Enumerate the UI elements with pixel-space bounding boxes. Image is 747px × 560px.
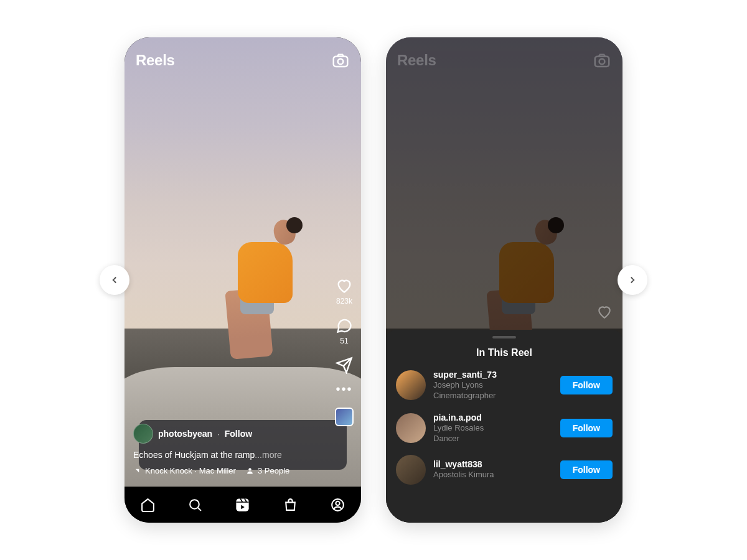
carousel-prev-button[interactable]	[100, 265, 129, 295]
follow-button[interactable]: Follow	[560, 460, 613, 479]
person-role: Dancer	[433, 434, 553, 444]
comment-button[interactable]: 51	[336, 317, 353, 345]
page-title: Reels	[397, 52, 436, 69]
person-username[interactable]: super_santi_73	[433, 370, 553, 380]
follow-button[interactable]: Follow	[560, 419, 613, 437]
author-avatar[interactable]	[133, 424, 153, 444]
sheet-title: In This Reel	[386, 347, 622, 358]
action-rail: 823k 51 •••	[335, 277, 354, 426]
more-link[interactable]: ...more	[255, 450, 282, 460]
author-row[interactable]: photosbyean · Follow	[133, 424, 324, 444]
bottom-nav	[125, 487, 361, 523]
reel-screen-sheet: Reels In This Reel super_santi_73 Joseph…	[386, 37, 622, 523]
person-row: pia.in.a.pod Lydie Rosales Dancer Follow	[396, 413, 613, 444]
avatar[interactable]	[396, 455, 426, 485]
people-list: super_santi_73 Joseph Lyons Cinematograp…	[386, 370, 622, 485]
sheet-handle[interactable]	[492, 336, 516, 338]
person-name: Apostolis Kimura	[433, 470, 553, 480]
person-name: Joseph Lyons	[433, 380, 553, 390]
camera-icon[interactable]	[593, 51, 611, 70]
person-row: super_santi_73 Joseph Lyons Cinematograp…	[396, 370, 613, 401]
nav-search[interactable]	[187, 497, 203, 513]
person-username[interactable]: lil_wyatt838	[433, 459, 553, 469]
nav-shop[interactable]	[283, 497, 298, 513]
person-role: Cinematographer	[433, 391, 553, 401]
reel-screen: Reels 823k 51 •••	[125, 37, 361, 523]
person-username[interactable]: pia.in.a.pod	[433, 413, 553, 422]
audio-thumbnail[interactable]	[335, 408, 354, 426]
comment-count: 51	[340, 337, 348, 345]
svg-point-6	[336, 501, 339, 505]
follow-link[interactable]: Follow	[225, 429, 252, 439]
tagged-people-sheet: In This Reel super_santi_73 Joseph Lyons…	[386, 330, 622, 523]
phone-left: Reels 823k 51 •••	[125, 37, 361, 523]
tagged-people-link[interactable]: 3 People	[246, 466, 289, 475]
top-bar: Reels	[136, 51, 350, 70]
page-title: Reels	[136, 52, 175, 69]
svg-rect-7	[595, 57, 609, 67]
svg-point-3	[190, 500, 199, 509]
more-button[interactable]: •••	[336, 385, 352, 393]
caption[interactable]: Echoes of Huckjam at the ramp...more	[133, 450, 324, 460]
svg-rect-0	[334, 57, 348, 67]
avatar[interactable]	[396, 370, 426, 400]
svg-point-8	[599, 59, 605, 65]
reel-info: photosbyean · Follow Echoes of Huckjam a…	[133, 424, 324, 475]
like-count: 823k	[336, 297, 352, 306]
phone-right: Reels In This Reel super_santi_73 Joseph…	[386, 37, 622, 523]
follow-button[interactable]: Follow	[560, 376, 613, 394]
top-bar: Reels	[397, 51, 611, 70]
svg-point-1	[338, 59, 344, 65]
avatar[interactable]	[396, 413, 426, 443]
author-username[interactable]: photosbyean	[158, 429, 212, 439]
person-name: Lydie Rosales	[433, 423, 553, 433]
like-button[interactable]: 823k	[336, 277, 353, 306]
person-row: lil_wyatt838 Apostolis Kimura Follow	[396, 455, 613, 485]
nav-reels[interactable]	[234, 497, 251, 513]
audio-link[interactable]: Knock Knock · Mac Miller	[133, 466, 236, 475]
nav-home[interactable]	[140, 497, 156, 513]
carousel-next-button[interactable]	[618, 265, 647, 295]
share-button[interactable]	[336, 357, 353, 374]
nav-profile[interactable]	[330, 497, 345, 513]
like-button[interactable]	[596, 304, 613, 322]
meta-row: Knock Knock · Mac Miller 3 People	[133, 466, 324, 475]
svg-point-2	[248, 468, 251, 470]
camera-icon[interactable]	[331, 51, 350, 70]
svg-rect-4	[237, 498, 249, 511]
